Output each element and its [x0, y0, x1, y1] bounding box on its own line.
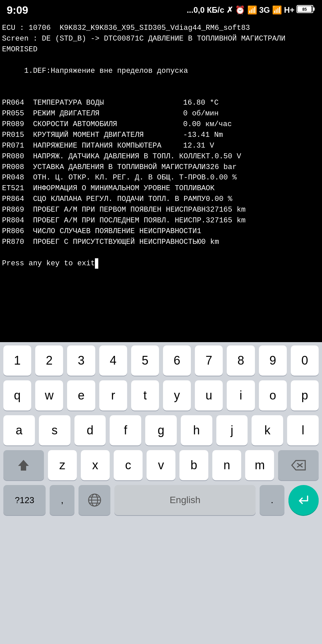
- key-9[interactable]: 9: [259, 345, 287, 376]
- keyboard-number-row: 1 2 3 4 5 6 7 8 9 0: [0, 345, 322, 376]
- status-right: ...0,0 КБ/с ✗ ⏰ 📶 3G 📶 H+ 85: [187, 4, 315, 16]
- term-text: Screen : DE (STD_B) -> DTC00871C ДАВЛЕНИ…: [2, 34, 322, 44]
- network-type: 3G: [259, 5, 270, 15]
- hplus-icon: H+: [284, 5, 294, 15]
- key-2[interactable]: 2: [35, 345, 63, 376]
- data-row-pr015: PR015 КРУТЯЩИЙ МОМЕНТ ДВИГАТЕЛЯ -13.41 N…: [2, 130, 320, 141]
- term-text: EMORISED: [2, 44, 38, 55]
- enter-key[interactable]: [288, 485, 319, 515]
- data-row-pr055: PR055 РЕЖИМ ДВИГАТЕЛЯ 0 об/мин: [2, 108, 320, 119]
- terminal-line: [2, 55, 320, 66]
- data-row-pr064: PR064 ТЕМПЕРАТУРА ВОДЫ 16.80 *C: [2, 98, 320, 108]
- key-l[interactable]: l: [287, 415, 319, 445]
- period-key[interactable]: .: [260, 485, 284, 515]
- terminal-cursor: [95, 258, 98, 269]
- keyboard-zxcvb-row: z x c v b n m: [0, 450, 322, 480]
- svg-marker-4: [18, 460, 29, 471]
- num-switch-key[interactable]: ?123: [3, 485, 46, 515]
- key-g[interactable]: g: [145, 415, 177, 445]
- backspace-key[interactable]: [278, 450, 319, 480]
- status-time: 9:09: [7, 4, 28, 16]
- signal-icon: 📶: [247, 5, 257, 15]
- key-p[interactable]: p: [291, 380, 319, 411]
- key-s[interactable]: s: [39, 415, 70, 445]
- key-y[interactable]: y: [163, 380, 191, 411]
- key-h[interactable]: h: [181, 415, 212, 445]
- key-a[interactable]: a: [3, 415, 35, 445]
- terminal-line: Screen : DE (STD_B) -> DTC00871C ДАВЛЕНИ…: [2, 34, 320, 44]
- terminal-line: [2, 76, 320, 87]
- data-row-pr870: PR870 ПРОБЕГ С ПРИСУТСТВУЮЩЕЙ НЕИСПРАВНО…: [2, 237, 320, 248]
- terminal-line: [2, 87, 320, 98]
- term-text: ECU : 10706 K9K832_K9K836_X95_SID305_Vdi…: [2, 23, 250, 34]
- terminal-line: ECU : 10706 K9K832_K9K836_X95_SID305_Vdi…: [2, 23, 320, 34]
- key-0[interactable]: 0: [291, 345, 319, 376]
- keyboard-asdfg-row: a s d f g h j k l: [0, 415, 322, 445]
- key-4[interactable]: 4: [99, 345, 127, 376]
- data-row-pr806: PR806 ЧИСЛО СЛУЧАЕВ ПОЯВЛЕНИЕ НЕИСПРАВНО…: [2, 226, 320, 237]
- globe-key[interactable]: [78, 485, 110, 515]
- data-row-pr869: PR869 ПРОБЕГ А/М ПРИ ПЕРВОМ ПОЯВЛЕН НЕИС…: [2, 205, 320, 215]
- key-z[interactable]: z: [48, 450, 77, 480]
- key-5[interactable]: 5: [131, 345, 159, 376]
- key-q[interactable]: q: [3, 380, 31, 411]
- key-o[interactable]: o: [259, 380, 287, 411]
- svg-marker-5: [292, 461, 305, 470]
- terminal-line: [2, 248, 320, 258]
- terminal-line: 1.DEF:Напряжение вне пределов допуска: [2, 66, 320, 76]
- key-m[interactable]: m: [245, 450, 274, 480]
- svg-text:85: 85: [302, 7, 307, 12]
- key-i[interactable]: i: [227, 380, 255, 411]
- terminal-area: ECU : 10706 K9K832_K9K836_X95_SID305_Vdi…: [0, 20, 322, 342]
- key-b[interactable]: b: [179, 450, 208, 480]
- battery-icon: 85: [297, 4, 315, 16]
- key-7[interactable]: 7: [195, 345, 223, 376]
- key-d[interactable]: d: [74, 415, 106, 445]
- terminal-prompt: Press any key to exit: [2, 258, 320, 269]
- key-j[interactable]: j: [216, 415, 248, 445]
- data-row-pr071: PR071 НАПРЯЖЕНИЕ ПИТАНИЯ КОМПЬЮТЕРА 12.3…: [2, 141, 320, 151]
- keyboard[interactable]: 1 2 3 4 5 6 7 8 9 0 q w e r t y u i o p …: [0, 342, 322, 644]
- key-3[interactable]: 3: [67, 345, 95, 376]
- key-w[interactable]: w: [35, 380, 63, 411]
- key-r[interactable]: r: [99, 380, 127, 411]
- data-row-pr080: PR080 НАПРЯЖ. ДАТЧИКА ДАВЛЕНИЯ В ТОПЛ. К…: [2, 151, 320, 162]
- data-row-pr804: PR804 ПРОБЕГ А/М ПРИ ПОСЛЕДНЕМ ПОЯВЛ. НЕ…: [2, 215, 320, 226]
- comma-key[interactable]: ,: [50, 485, 74, 515]
- key-t[interactable]: t: [131, 380, 159, 411]
- key-u[interactable]: u: [195, 380, 223, 411]
- data-row-pr089: PR089 СКОРОСТИ АВТОМОБИЛЯ 0.00 км/час: [2, 119, 320, 130]
- key-1[interactable]: 1: [3, 345, 31, 376]
- shift-key[interactable]: [3, 450, 44, 480]
- key-k[interactable]: k: [252, 415, 283, 445]
- key-6[interactable]: 6: [163, 345, 191, 376]
- key-v[interactable]: v: [147, 450, 175, 480]
- svg-rect-1: [313, 7, 315, 11]
- alarm-icon: ⏰: [235, 5, 245, 15]
- data-row-pr048: PR048 ОТН. Ц. ОТКР. КЛ. РЕГ. Д. В ОБЩ. Т…: [2, 172, 320, 183]
- data-row-pr008: PR008 УСТАВКА ДАВЛЕНИЯ В ТОПЛИВНОЙ МАГИС…: [2, 162, 320, 173]
- keyboard-qwerty-row: q w e r t y u i o p: [0, 380, 322, 411]
- key-n[interactable]: n: [212, 450, 241, 480]
- data-row-et521: ET521 ИНФОРМАЦИЯ О МИНИМАЛЬНОМ УРОВНЕ ТО…: [2, 183, 320, 194]
- signal-icon2: 📶: [272, 5, 282, 15]
- prompt-text: Press any key to exit: [2, 258, 95, 269]
- bluetooth-icon: ✗: [226, 5, 233, 15]
- key-8[interactable]: 8: [227, 345, 255, 376]
- key-f[interactable]: f: [110, 415, 141, 445]
- network-speed: ...0,0 КБ/с: [187, 5, 224, 15]
- keyboard-bottom-row: ?123 , English .: [0, 485, 322, 515]
- terminal-line: EMORISED: [2, 44, 320, 55]
- status-bar: 9:09 ...0,0 КБ/с ✗ ⏰ 📶 3G 📶 H+ 85: [0, 0, 322, 20]
- key-x[interactable]: x: [81, 450, 110, 480]
- key-e[interactable]: e: [67, 380, 95, 411]
- key-c[interactable]: c: [114, 450, 143, 480]
- term-text: 1.DEF:Напряжение вне пределов допуска: [2, 66, 188, 76]
- data-row-pr864: PR864 СЦО КЛАПАНА РЕГУЛ. ПОДАЧИ ТОПЛ. В …: [2, 194, 320, 205]
- space-key[interactable]: English: [114, 485, 256, 515]
